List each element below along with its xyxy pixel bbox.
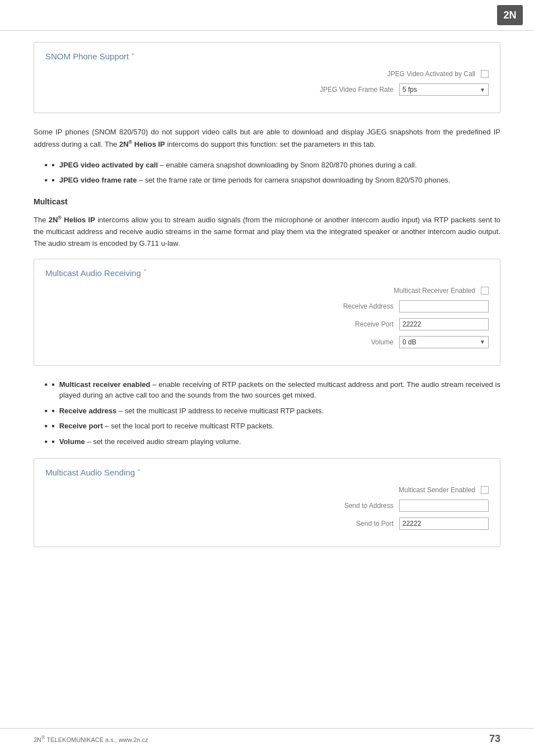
jpeg-bullet-list: ■ JPEG video activated by call – enable … [45, 160, 500, 186]
multicast-receiving-chevron-icon: ˅ [143, 269, 147, 277]
multicast-sending-title[interactable]: Multicast Audio Sending ˅ [45, 468, 489, 477]
bullet-volume: ■ Volume – set the received audio stream… [45, 436, 500, 447]
multicast-receiving-title[interactable]: Multicast Audio Receiving ˅ [45, 268, 489, 278]
send-to-port-input[interactable] [399, 517, 489, 530]
multicast-heading: Multicast [34, 197, 500, 206]
bullet-multicast-receiver-bold: Multicast receiver enabled [59, 380, 151, 389]
receive-port-label: Receive Port [282, 320, 394, 328]
bullet-receive-address: ■ Receive address – set the multicast IP… [45, 405, 500, 417]
multicast-sender-checkbox[interactable] [481, 486, 489, 494]
multicast-sender-enabled-row: Multicast Sender Enabled [45, 486, 489, 494]
bullet-receive-port-bold: Receive port [59, 422, 103, 430]
multicast-bullet-list: ■ Multicast receiver enabled – enable re… [45, 379, 500, 447]
footer-left-text: 2N® TELEKOMUNIKACE a.s., www.2n.cz [34, 735, 148, 743]
jpeg-activated-checkbox[interactable] [481, 70, 489, 78]
send-to-port-label: Send to Port [282, 520, 394, 528]
select-arrow-icon: ▼ [480, 87, 485, 93]
bullet-multicast-receiver: ■ Multicast receiver enabled – enable re… [45, 379, 500, 401]
footer-page-number: 73 [489, 733, 500, 745]
bullet-receive-address-rest: – set the multicast IP address to receiv… [116, 407, 324, 415]
jpeg-activated-row: JPEG Video Activated by Call [45, 70, 489, 78]
snom-box-title[interactable]: SNOM Phone Support ˅ [45, 52, 489, 61]
bullet-receive-address-bold: Receive address [59, 407, 117, 415]
snom-title-text: SNOM Phone Support [45, 52, 129, 61]
volume-value: 0 dB [402, 338, 416, 346]
page-container: 2N SNOM Phone Support ˅ JPEG Video Activ… [0, 0, 534, 756]
receive-address-row: Receive Address [45, 300, 489, 312]
logo-2n: 2N [497, 5, 523, 25]
snom-chevron-icon: ˅ [131, 53, 134, 60]
bullet-receive-port: ■ Receive port – set the local port to r… [45, 421, 500, 432]
receive-address-input[interactable] [399, 300, 489, 312]
bullet-jpeg-framerate: ■ JPEG video frame rate – set the frame … [45, 175, 500, 186]
volume-select[interactable]: 0 dB ▼ [399, 336, 489, 348]
top-bar: 2N [0, 0, 534, 31]
multicast-sending-chevron-icon: ˅ [137, 469, 140, 477]
multicast-receiving-box: Multicast Audio Receiving ˅ Multicast Re… [34, 259, 500, 366]
receive-port-input[interactable] [399, 318, 489, 330]
bullet-jpeg-activated: ■ JPEG video activated by call – enable … [45, 160, 500, 171]
volume-arrow-icon: ▼ [480, 339, 485, 345]
body-paragraph: Some IP phones (SNOM 820/570) do not sup… [34, 127, 500, 151]
multicast-receiver-label: Multicast Receiver Enabled [363, 287, 475, 295]
send-to-address-label: Send to Address [282, 502, 394, 510]
volume-row: Volume 0 dB ▼ [45, 336, 489, 348]
send-to-port-row: Send to Port [45, 517, 489, 530]
send-to-address-row: Send to Address [45, 500, 489, 512]
bullet-jpeg-framerate-rest: – set the frame rate or time periods for… [137, 176, 450, 184]
multicast-receiver-checkbox[interactable] [481, 287, 489, 295]
bullet-jpeg-framerate-bold: JPEG video frame rate [59, 176, 137, 184]
jpeg-framerate-row: JPEG Video Frame Rate 5 fps ▼ [45, 83, 489, 96]
multicast-sending-box: Multicast Audio Sending ˅ Multicast Send… [34, 458, 500, 547]
snom-config-box: SNOM Phone Support ˅ JPEG Video Activate… [34, 42, 500, 113]
multicast-sender-label: Multicast Sender Enabled [363, 486, 475, 494]
multicast-sending-title-text: Multicast Audio Sending [45, 468, 135, 477]
bullet-volume-bold: Volume [59, 437, 85, 446]
bullet-jpeg-activated-bold: JPEG video activated by call [59, 161, 158, 169]
footer: 2N® TELEKOMUNIKACE a.s., www.2n.cz 73 [0, 728, 534, 745]
multicast-receiver-enabled-row: Multicast Receiver Enabled [45, 287, 489, 295]
main-content: SNOM Phone Support ˅ JPEG Video Activate… [0, 31, 534, 583]
bullet-receive-port-rest: – set the local port to receive multicas… [103, 422, 274, 430]
multicast-paragraph: The 2N® Helios IP intercoms allow you to… [34, 214, 500, 250]
send-to-address-input[interactable] [399, 500, 489, 512]
volume-label: Volume [282, 338, 394, 346]
jpeg-activated-label: JPEG Video Activated by Call [363, 70, 475, 78]
multicast-receiving-title-text: Multicast Audio Receiving [45, 268, 141, 278]
bullet-jpeg-activated-rest: – enable camera snapshot downloading by … [158, 161, 417, 169]
jpeg-framerate-label: JPEG Video Frame Rate [282, 86, 394, 94]
receive-address-label: Receive Address [282, 302, 394, 310]
jpeg-framerate-select[interactable]: 5 fps ▼ [399, 83, 489, 96]
bullet-volume-rest: – set the received audio stream playing … [85, 437, 241, 446]
receive-port-row: Receive Port [45, 318, 489, 330]
jpeg-framerate-value: 5 fps [402, 86, 417, 94]
